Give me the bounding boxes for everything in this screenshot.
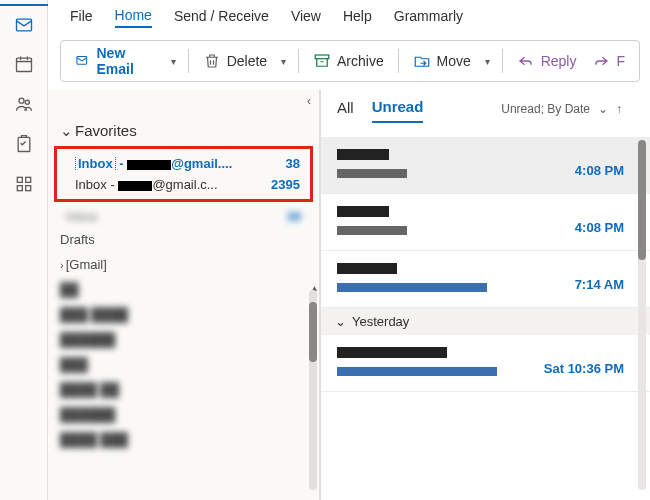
tab-all[interactable]: All bbox=[337, 99, 354, 122]
drafts-label: Drafts bbox=[60, 232, 95, 247]
folder-item[interactable]: ██████ bbox=[60, 327, 307, 352]
redacted-text bbox=[127, 160, 171, 170]
favorites-label: Favorites bbox=[75, 122, 137, 139]
svg-rect-8 bbox=[25, 186, 30, 191]
trash-icon bbox=[203, 52, 221, 70]
svg-rect-6 bbox=[25, 177, 30, 182]
delete-dropdown[interactable]: ▾ bbox=[277, 56, 290, 67]
new-email-label: New Email bbox=[96, 45, 156, 77]
inbox2-account: @gmail.c... bbox=[152, 177, 217, 192]
filter-label[interactable]: Unread; By Date bbox=[501, 102, 590, 116]
apps-rail-button[interactable] bbox=[0, 164, 48, 204]
move-label: Move bbox=[437, 53, 471, 69]
move-dropdown[interactable]: ▾ bbox=[481, 56, 494, 67]
filter-dropdown-icon[interactable]: ⌄ bbox=[598, 102, 608, 116]
tasks-rail-button[interactable] bbox=[0, 124, 48, 164]
separator bbox=[502, 49, 503, 73]
separator bbox=[398, 49, 399, 73]
tree-scrollbar[interactable] bbox=[309, 290, 317, 490]
mail-plus-icon bbox=[75, 52, 90, 70]
svg-rect-10 bbox=[315, 55, 329, 59]
delete-button[interactable]: Delete bbox=[197, 48, 273, 74]
folder-item[interactable]: ██████ bbox=[60, 402, 307, 427]
reply-button[interactable]: Reply bbox=[511, 48, 583, 74]
mail-rail-button[interactable] bbox=[0, 4, 48, 44]
chevron-right-icon: › bbox=[60, 259, 64, 271]
list-scrollbar[interactable] bbox=[638, 140, 646, 490]
redacted-text bbox=[118, 181, 152, 191]
chevron-down-icon: ⌄ bbox=[335, 314, 346, 329]
message-item[interactable]: 4:08 PM bbox=[321, 194, 650, 251]
annotation-highlight: Inbox - @gmail.... 38 Inbox - @gmail.c..… bbox=[54, 146, 313, 202]
group-yesterday[interactable]: ⌄ Yesterday bbox=[321, 308, 650, 335]
mail-icon bbox=[14, 15, 34, 35]
reply-label: Reply bbox=[541, 53, 577, 69]
message-sender bbox=[337, 345, 634, 361]
message-time: 7:14 AM bbox=[575, 277, 624, 292]
message-time: 4:08 PM bbox=[575, 220, 624, 235]
list-scroll-thumb[interactable] bbox=[638, 140, 646, 260]
inbox2-count: 2395 bbox=[265, 177, 300, 192]
chevron-down-icon: ⌄ bbox=[60, 122, 73, 140]
svg-rect-0 bbox=[16, 19, 31, 31]
people-icon bbox=[14, 94, 34, 114]
move-button[interactable]: Move bbox=[407, 48, 477, 74]
folder-item[interactable]: ████ ███ bbox=[60, 427, 307, 452]
menu-send-receive[interactable]: Send / Receive bbox=[174, 8, 269, 27]
forward-label: F bbox=[616, 53, 625, 69]
new-email-dropdown[interactable]: ▾ bbox=[167, 56, 180, 67]
sort-direction-icon[interactable]: ↑ bbox=[616, 102, 622, 116]
archive-button[interactable]: Archive bbox=[307, 48, 390, 74]
archive-icon bbox=[313, 52, 331, 70]
message-sender bbox=[337, 261, 634, 277]
folder-item[interactable]: ███ ████ bbox=[60, 302, 307, 327]
tasks-icon bbox=[14, 134, 34, 154]
folder-item[interactable]: ███ bbox=[60, 352, 307, 377]
group-yesterday-label: Yesterday bbox=[352, 314, 409, 329]
people-rail-button[interactable] bbox=[0, 84, 48, 124]
delete-label: Delete bbox=[227, 53, 267, 69]
svg-rect-5 bbox=[17, 177, 22, 182]
message-time: Sat 10:36 PM bbox=[544, 361, 624, 376]
collapse-tree-button[interactable]: ‹ bbox=[307, 94, 311, 108]
favorite-inbox-2[interactable]: Inbox - @gmail.c... 2395 bbox=[61, 174, 306, 195]
forward-icon bbox=[592, 52, 610, 70]
forward-button[interactable]: F bbox=[586, 48, 631, 74]
svg-point-2 bbox=[19, 98, 24, 103]
menu-view[interactable]: View bbox=[291, 8, 321, 27]
separator bbox=[188, 49, 189, 73]
svg-rect-7 bbox=[17, 186, 22, 191]
archive-label: Archive bbox=[337, 53, 384, 69]
inbox1-account: @gmail.... bbox=[171, 156, 232, 171]
folder-item[interactable]: ██ bbox=[60, 277, 307, 302]
gmail-folder[interactable]: ›[Gmail] bbox=[60, 252, 307, 277]
inbox1-label: Inbox bbox=[75, 156, 116, 171]
separator bbox=[298, 49, 299, 73]
message-item[interactable]: 7:14 AM bbox=[321, 251, 650, 308]
favorite-inbox-1[interactable]: Inbox - @gmail.... 38 bbox=[61, 153, 306, 174]
calendar-rail-button[interactable] bbox=[0, 44, 48, 84]
apps-icon bbox=[14, 174, 34, 194]
tab-unread[interactable]: Unread bbox=[372, 98, 424, 123]
inbox2-label: Inbox - bbox=[75, 177, 115, 192]
move-icon bbox=[413, 52, 431, 70]
menu-grammarly[interactable]: Grammarly bbox=[394, 8, 463, 27]
menu-file[interactable]: File bbox=[70, 8, 93, 27]
message-sender bbox=[337, 147, 634, 163]
calendar-icon bbox=[14, 54, 34, 74]
svg-rect-4 bbox=[18, 137, 30, 151]
message-time: 4:08 PM bbox=[575, 163, 624, 178]
message-item[interactable]: 4:08 PM bbox=[321, 137, 650, 194]
favorites-header[interactable]: ⌄Favorites bbox=[48, 118, 319, 146]
inbox-dup-count: 38 bbox=[281, 209, 301, 224]
folder-item[interactable]: ████ ██ bbox=[60, 377, 307, 402]
menu-help[interactable]: Help bbox=[343, 8, 372, 27]
new-email-button[interactable]: New Email bbox=[69, 41, 163, 81]
menu-home[interactable]: Home bbox=[115, 7, 152, 28]
drafts-folder[interactable]: Drafts bbox=[60, 227, 307, 252]
inbox-dup-label: Inbox bbox=[66, 209, 281, 224]
inbox-folder[interactable]: Inbox38 bbox=[60, 206, 307, 227]
reply-icon bbox=[517, 52, 535, 70]
tree-scroll-thumb[interactable] bbox=[309, 302, 317, 362]
message-item[interactable]: Sat 10:36 PM bbox=[321, 335, 650, 392]
